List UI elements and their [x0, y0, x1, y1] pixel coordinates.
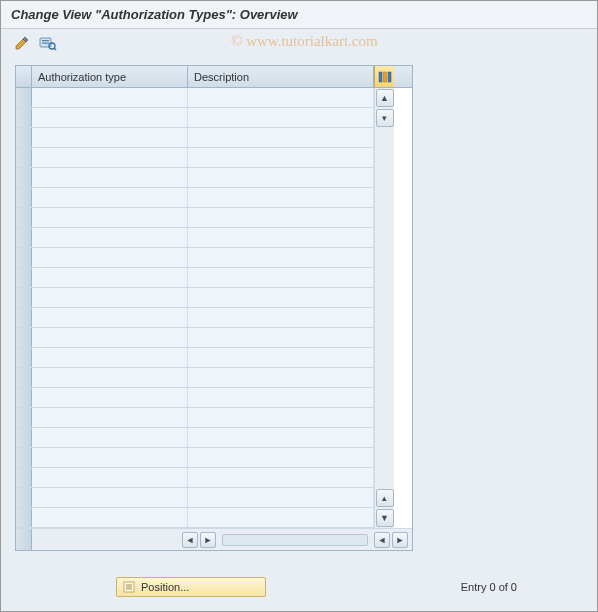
- table-row: [16, 508, 374, 528]
- row-selector[interactable]: [16, 288, 32, 307]
- hscroll-track[interactable]: [222, 534, 368, 546]
- row-selector[interactable]: [16, 348, 32, 367]
- cell-description[interactable]: [188, 248, 374, 267]
- cell-auth-type[interactable]: [32, 228, 188, 247]
- table-row: [16, 468, 374, 488]
- scroll-thumb-bottom[interactable]: ▴: [376, 489, 394, 507]
- cell-auth-type[interactable]: [32, 488, 188, 507]
- cell-auth-type[interactable]: [32, 468, 188, 487]
- cell-auth-type[interactable]: [32, 128, 188, 147]
- row-selector[interactable]: [16, 108, 32, 127]
- cell-auth-type[interactable]: [32, 408, 188, 427]
- table-row: [16, 488, 374, 508]
- table-row: [16, 448, 374, 468]
- cell-auth-type[interactable]: [32, 148, 188, 167]
- row-selector[interactable]: [16, 248, 32, 267]
- row-selector-header[interactable]: [16, 66, 32, 87]
- row-selector[interactable]: [16, 208, 32, 227]
- cell-auth-type[interactable]: [32, 288, 188, 307]
- cell-auth-type[interactable]: [32, 208, 188, 227]
- cell-description[interactable]: [188, 148, 374, 167]
- toolbar: [1, 29, 597, 57]
- horizontal-scrollbar[interactable]: ◄ ► ◄ ►: [16, 528, 412, 550]
- row-selector[interactable]: [16, 388, 32, 407]
- toggle-edit-button[interactable]: [11, 33, 33, 53]
- cell-description[interactable]: [188, 88, 374, 107]
- cell-description[interactable]: [188, 168, 374, 187]
- cell-description[interactable]: [188, 348, 374, 367]
- row-selector[interactable]: [16, 488, 32, 507]
- row-selector[interactable]: [16, 188, 32, 207]
- hscroll-corner: [16, 529, 32, 550]
- column-header-auth-type[interactable]: Authorization type: [32, 66, 188, 87]
- cell-auth-type[interactable]: [32, 108, 188, 127]
- table-row: [16, 228, 374, 248]
- cell-auth-type[interactable]: [32, 188, 188, 207]
- cell-description[interactable]: [188, 468, 374, 487]
- scroll-down-button[interactable]: ▼: [376, 509, 394, 527]
- cell-description[interactable]: [188, 188, 374, 207]
- cell-auth-type[interactable]: [32, 368, 188, 387]
- cell-description[interactable]: [188, 448, 374, 467]
- cell-auth-type[interactable]: [32, 328, 188, 347]
- row-selector[interactable]: [16, 128, 32, 147]
- data-table: Authorization type Description ▲ ▾: [15, 65, 413, 551]
- cell-description[interactable]: [188, 228, 374, 247]
- scroll-thumb-top[interactable]: ▾: [376, 109, 394, 127]
- scroll-left-step-button[interactable]: ►: [200, 532, 216, 548]
- scroll-up-button[interactable]: ▲: [376, 89, 394, 107]
- table-settings-button[interactable]: [374, 66, 394, 87]
- cell-auth-type[interactable]: [32, 308, 188, 327]
- row-selector[interactable]: [16, 448, 32, 467]
- cell-auth-type[interactable]: [32, 388, 188, 407]
- row-selector[interactable]: [16, 268, 32, 287]
- row-selector[interactable]: [16, 508, 32, 527]
- selection-criteria-button[interactable]: [37, 33, 59, 53]
- cell-description[interactable]: [188, 128, 374, 147]
- cell-description[interactable]: [188, 488, 374, 507]
- cell-auth-type[interactable]: [32, 428, 188, 447]
- row-selector[interactable]: [16, 308, 32, 327]
- chevron-down-icon: ▼: [380, 513, 389, 523]
- scroll-right-button[interactable]: ►: [392, 532, 408, 548]
- cell-description[interactable]: [188, 288, 374, 307]
- cell-description[interactable]: [188, 368, 374, 387]
- cell-auth-type[interactable]: [32, 268, 188, 287]
- table-row: [16, 388, 374, 408]
- table-row: [16, 88, 374, 108]
- row-selector[interactable]: [16, 368, 32, 387]
- row-selector[interactable]: [16, 428, 32, 447]
- table-row: [16, 308, 374, 328]
- column-header-description[interactable]: Description: [188, 66, 374, 87]
- chevron-right-icon: ►: [396, 535, 405, 545]
- cell-auth-type[interactable]: [32, 348, 188, 367]
- cell-description[interactable]: [188, 508, 374, 527]
- row-selector[interactable]: [16, 468, 32, 487]
- svg-line-4: [54, 48, 56, 50]
- scroll-right-step-button[interactable]: ◄: [374, 532, 390, 548]
- row-selector[interactable]: [16, 168, 32, 187]
- row-selector[interactable]: [16, 228, 32, 247]
- cell-description[interactable]: [188, 268, 374, 287]
- row-selector[interactable]: [16, 148, 32, 167]
- position-button[interactable]: Position...: [116, 577, 266, 597]
- scroll-left-button[interactable]: ◄: [182, 532, 198, 548]
- cell-auth-type[interactable]: [32, 168, 188, 187]
- vertical-scrollbar[interactable]: ▲ ▾ ▴ ▼: [374, 88, 394, 528]
- row-selector[interactable]: [16, 88, 32, 107]
- cell-description[interactable]: [188, 108, 374, 127]
- row-selector[interactable]: [16, 408, 32, 427]
- cell-auth-type[interactable]: [32, 88, 188, 107]
- page-title: Change View "Authorization Types": Overv…: [1, 1, 597, 29]
- scroll-handle-icon: ▾: [382, 113, 387, 123]
- cell-auth-type[interactable]: [32, 508, 188, 527]
- cell-description[interactable]: [188, 408, 374, 427]
- cell-description[interactable]: [188, 388, 374, 407]
- cell-auth-type[interactable]: [32, 448, 188, 467]
- cell-description[interactable]: [188, 328, 374, 347]
- cell-description[interactable]: [188, 208, 374, 227]
- cell-description[interactable]: [188, 428, 374, 447]
- row-selector[interactable]: [16, 328, 32, 347]
- cell-description[interactable]: [188, 308, 374, 327]
- cell-auth-type[interactable]: [32, 248, 188, 267]
